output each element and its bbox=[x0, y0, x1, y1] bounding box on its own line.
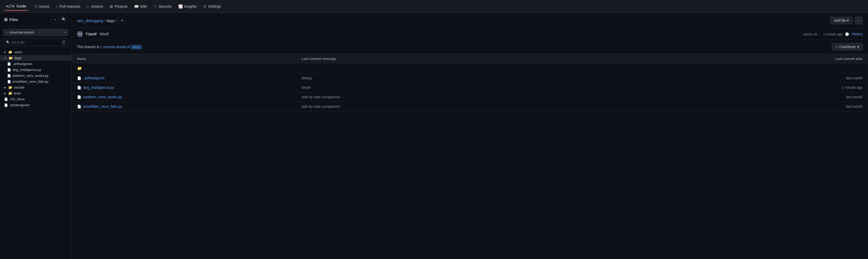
branch-selector[interactable]: ⑃ cloud-ide-branch ▾ bbox=[3, 29, 68, 36]
branch-name: cloud-ide-branch bbox=[9, 30, 63, 34]
file-path-bar: epo_debugging / dags / ⧉ Add file ▾ ··· bbox=[72, 13, 868, 28]
file-airflowignore-date: last month bbox=[638, 76, 863, 80]
commit-message: Woof! bbox=[100, 32, 109, 36]
main-branch-link[interactable]: main bbox=[131, 45, 142, 50]
breadcrumb: epo_debugging / dags / bbox=[77, 19, 117, 23]
file-icon: 📄 bbox=[7, 80, 11, 84]
tree-item-label: dog_intelligence.py bbox=[12, 68, 41, 72]
file-dog-intelligence-link[interactable]: 📄 dog_intelligence.py bbox=[77, 86, 302, 90]
table-row: 📄 .airflowignore debug last month bbox=[72, 73, 868, 83]
repo-link[interactable]: epo_debugging bbox=[77, 19, 103, 23]
code-tab[interactable]: </> Code bbox=[4, 2, 28, 11]
search-sidebar-button[interactable]: 🔍 bbox=[60, 16, 67, 23]
nav-projects-label: Projects bbox=[115, 4, 128, 8]
col-name-header: Name bbox=[77, 57, 302, 61]
file-icon: 📄 bbox=[7, 74, 11, 77]
col-date-header: Last commit date bbox=[638, 57, 863, 61]
commit-hash[interactable]: ada5ccb bbox=[803, 32, 817, 36]
sidebar-item-airflowignore[interactable]: 📄 .airflowignore bbox=[0, 61, 71, 67]
sidebar-item-dags[interactable]: ▼ 📂 dags bbox=[0, 55, 71, 61]
code-label: Code bbox=[17, 4, 26, 8]
file-icon: 📄 bbox=[4, 103, 8, 107]
actions-icon: ▷ bbox=[87, 4, 90, 8]
search-input[interactable] bbox=[11, 40, 60, 44]
sidebar-item-dockerignore[interactable]: 📄 .dockerignore bbox=[0, 102, 71, 108]
file-icon: 📄 bbox=[77, 95, 81, 99]
code-icon: </> bbox=[6, 3, 14, 9]
chevron-right-icon: ▶ bbox=[4, 86, 6, 89]
file-table: Name Last commit message Last commit dat… bbox=[72, 54, 868, 111]
tree-item-label: dags bbox=[14, 56, 22, 60]
history-label: History bbox=[851, 32, 863, 36]
contribute-icon: ⑃ bbox=[835, 45, 838, 49]
branch-notice-prefix: This branch is bbox=[77, 45, 99, 49]
go-to-file-search[interactable]: 🔍 t bbox=[3, 38, 68, 46]
nav-item-wiki[interactable]: 📖 Wiki bbox=[131, 3, 150, 10]
contribute-button[interactable]: ⑃ Contribute ▾ bbox=[832, 43, 863, 51]
sidebar-item-ds-store[interactable]: 📄 .DS_Store bbox=[0, 96, 71, 102]
tree-item-label: .astro bbox=[14, 50, 22, 54]
sidebar-item-include[interactable]: ▶ 📁 include bbox=[0, 85, 71, 90]
ahead-count-link[interactable]: 1 commit ahead of bbox=[100, 45, 130, 49]
add-file-button[interactable]: Add file ▾ bbox=[830, 17, 852, 24]
file-seaborn-venv-date: last month bbox=[638, 95, 863, 99]
nav-issues-label: Issues bbox=[39, 4, 49, 8]
issues-icon: ⊙ bbox=[34, 4, 37, 8]
sidebar-item-snowflake-venv[interactable]: 📄 snowflake_venv_fails.py bbox=[0, 78, 71, 85]
copy-path-button[interactable]: ⧉ bbox=[118, 17, 126, 24]
file-snowflake-venv-link[interactable]: 📄 snowflake_venv_fails.py bbox=[77, 104, 302, 108]
nav-item-insights[interactable]: 📈 Insights bbox=[175, 3, 199, 10]
file-icon: 📄 bbox=[77, 76, 81, 80]
clock-icon: 🕐 bbox=[845, 32, 849, 36]
ellipsis-icon: ··· bbox=[857, 18, 860, 23]
new-file-button[interactable]: + bbox=[52, 16, 59, 23]
sidebar-item-tests[interactable]: ▶ 📁 tests bbox=[0, 90, 71, 96]
tree-item-label: seaborn_venv_works.py bbox=[12, 74, 49, 77]
table-row: 📁 .. bbox=[72, 63, 868, 73]
nav-item-settings[interactable]: ⚙ Settings bbox=[200, 3, 224, 10]
sidebar-item-seaborn-venv[interactable]: 📄 seaborn_venv_works.py bbox=[0, 73, 71, 78]
nav-item-issues[interactable]: ⊙ Issues bbox=[31, 3, 52, 10]
commit-author[interactable]: TJaniF bbox=[86, 32, 97, 36]
commit-dot-separator: · bbox=[820, 32, 821, 36]
add-file-label: Add file bbox=[834, 19, 846, 23]
pull-requests-icon: ⑃ bbox=[56, 4, 58, 8]
security-icon: 🛡 bbox=[153, 4, 157, 8]
parent-dir-link[interactable]: 📁 .. bbox=[77, 66, 302, 71]
nav-items: ⊙ Issues ⑃ Pull requests ▷ Actions ▦ Pro… bbox=[31, 3, 224, 10]
sidebar-item-dog-intelligence[interactable]: 📄 dog_intelligence.py bbox=[0, 67, 71, 73]
sidebar-header-actions: + 🔍 bbox=[52, 16, 67, 23]
sidebar-item-astro[interactable]: ▶ 📁 .astro bbox=[0, 49, 71, 55]
nav-item-projects[interactable]: ▦ Projects bbox=[106, 3, 131, 10]
file-airflowignore-name: .airflowignore bbox=[83, 76, 104, 80]
current-folder: dags bbox=[106, 19, 115, 23]
settings-icon: ⚙ bbox=[203, 4, 207, 8]
sidebar-panel-icon: ⊞ bbox=[4, 17, 7, 22]
wiki-icon: 📖 bbox=[134, 4, 138, 8]
contribute-label: Contribute bbox=[839, 45, 856, 49]
file-seaborn-venv-link[interactable]: 📄 seaborn_venv_works.py bbox=[77, 95, 302, 99]
nav-item-pull-requests[interactable]: ⑃ Pull requests bbox=[53, 3, 83, 10]
tree-item-label: .dockerignore bbox=[9, 103, 30, 107]
file-icon: 📄 bbox=[77, 105, 81, 108]
projects-icon: ▦ bbox=[110, 4, 113, 8]
chevron-right-icon: ▶ bbox=[4, 92, 6, 95]
branch-notice-suffix: . bbox=[143, 45, 144, 49]
file-seaborn-venv-commit: side by side comparison bbox=[302, 95, 638, 99]
nav-settings-label: Settings bbox=[208, 4, 221, 8]
file-dog-intelligence-name: dog_intelligence.py bbox=[83, 86, 114, 90]
file-icon: 📄 bbox=[7, 68, 11, 72]
path-separator-2: / bbox=[116, 19, 117, 23]
nav-item-actions[interactable]: ▷ Actions bbox=[84, 3, 106, 10]
file-airflowignore-link[interactable]: 📄 .airflowignore bbox=[77, 76, 302, 80]
nav-item-security[interactable]: 🛡 Security bbox=[150, 3, 175, 10]
nav-insights-label: Insights bbox=[184, 4, 196, 8]
avatar-initial: TJ bbox=[79, 33, 82, 36]
file-snowflake-venv-commit: side by side comparison bbox=[302, 104, 638, 108]
branch-notice-text: This branch is 1 commit ahead of main . bbox=[77, 45, 144, 49]
chevron-right-icon: ▶ bbox=[4, 51, 6, 54]
more-options-button[interactable]: ··· bbox=[855, 17, 863, 25]
nav-actions-label: Actions bbox=[91, 4, 103, 8]
history-button[interactable]: History bbox=[851, 32, 863, 36]
nav-wiki-label: Wiki bbox=[140, 4, 147, 8]
